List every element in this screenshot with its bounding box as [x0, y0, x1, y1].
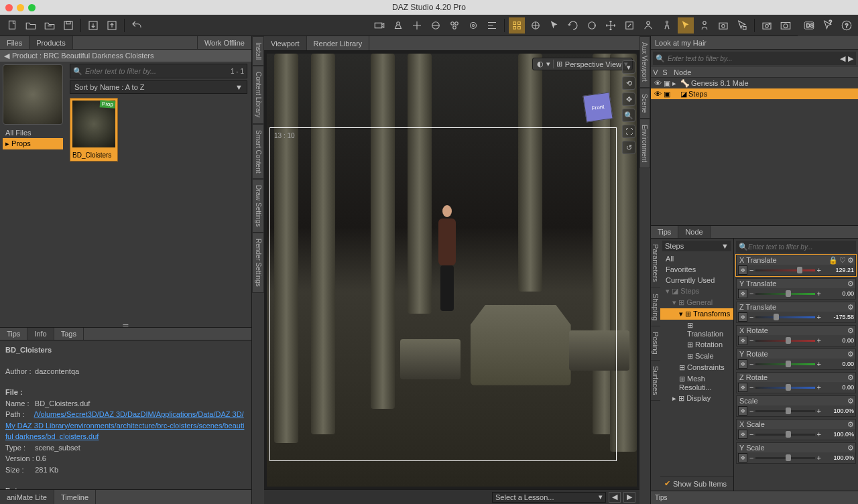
minimize-window-icon[interactable] — [17, 4, 24, 11]
slider-track[interactable] — [755, 293, 814, 295]
group-rotation[interactable]: ⊞ Rotation — [660, 339, 733, 351]
gear-icon[interactable]: ⚙ — [847, 373, 854, 382]
slider-track[interactable] — [755, 434, 814, 436]
slider-track[interactable] — [755, 316, 814, 318]
lesson-prev-icon[interactable]: ◀ — [609, 492, 621, 503]
slider-z-translate[interactable]: Z Translate⚙✥−+-175.58 — [736, 302, 856, 323]
scene-filter-input[interactable] — [668, 55, 837, 62]
translate-tool-icon[interactable] — [603, 17, 619, 34]
vp-reset-icon[interactable]: ↺ — [622, 141, 635, 154]
filter-next-icon[interactable]: ▶ — [848, 54, 853, 63]
side-tab-content-library[interactable]: Content Library — [252, 66, 264, 123]
tab-files[interactable]: Files — [0, 36, 29, 49]
plus-button[interactable]: + — [817, 407, 821, 415]
camera-selector[interactable]: ◐▾ ⊞ Perspective View▾ — [532, 58, 633, 70]
rotate-tool-icon[interactable] — [565, 17, 581, 34]
tab-info[interactable]: Info — [27, 328, 54, 340]
move-icon[interactable]: ✥ — [738, 430, 747, 439]
group-fav[interactable]: Favorites — [660, 264, 733, 275]
region-tool-icon[interactable] — [696, 17, 713, 34]
vp-orbit-icon[interactable]: ⟲ — [622, 76, 635, 90]
vp-pan-icon[interactable]: ✥ — [622, 92, 635, 106]
ds-logo-icon[interactable]: DS — [802, 17, 816, 34]
minus-button[interactable]: − — [749, 336, 753, 344]
visibility-icon[interactable]: 👁 — [654, 79, 662, 87]
slider-x-rotate[interactable]: X Rotate⚙✥−+0.00 — [736, 325, 856, 346]
pside-posing[interactable]: Posing — [651, 326, 660, 361]
nav-all-files[interactable]: All Files — [3, 127, 63, 138]
lock-icon[interactable]: 🔒 — [829, 256, 838, 265]
align-icon[interactable] — [484, 17, 500, 34]
dform-icon[interactable] — [465, 17, 481, 34]
tab-tips[interactable]: Tips — [0, 328, 27, 340]
group-steps[interactable]: ▾ ◪ Steps — [660, 286, 733, 297]
lesson-select[interactable]: Select a Lesson...▾ — [492, 492, 606, 503]
slider-x-scale[interactable]: X Scale⚙✥−+100.0% — [736, 419, 856, 440]
minus-button[interactable]: − — [749, 290, 753, 298]
side-tab-install[interactable]: Install — [252, 36, 264, 66]
plus-button[interactable]: + — [817, 313, 821, 321]
minus-button[interactable]: − — [749, 383, 753, 391]
minus-button[interactable]: − — [749, 313, 753, 321]
tab-timeline[interactable]: Timeline — [54, 490, 96, 504]
slider-scale[interactable]: Scale⚙✥−+100.0% — [736, 395, 856, 417]
new-file-icon[interactable] — [4, 17, 20, 34]
gear-icon[interactable]: ⚙ — [847, 303, 854, 312]
spotlight-icon[interactable] — [390, 17, 406, 34]
window-controls[interactable] — [5, 4, 36, 11]
undo-icon[interactable] — [129, 17, 145, 34]
minus-button[interactable]: − — [749, 407, 753, 415]
group-icon[interactable] — [446, 17, 463, 34]
slider-track[interactable] — [755, 410, 814, 412]
select-icon[interactable]: ▣ — [663, 79, 671, 88]
work-offline-button[interactable]: Work Offline — [197, 36, 251, 49]
preview-render-icon[interactable] — [759, 17, 775, 34]
plus-button[interactable]: + — [817, 360, 821, 368]
side-tab-smart-content[interactable]: Smart Content — [252, 124, 264, 179]
pside-parameters[interactable]: Parameters — [651, 239, 660, 288]
tab-render-library[interactable]: Render Library — [307, 36, 370, 50]
gear-icon[interactable]: ⚙ — [847, 444, 854, 452]
asset-thumb[interactable]: Prop BD_Cloisters — [70, 98, 118, 162]
side-tab-render-settings[interactable]: Render Settings — [252, 233, 264, 293]
tab-tags[interactable]: Tags — [54, 328, 84, 340]
move-icon[interactable]: ✥ — [738, 265, 747, 275]
side-tab-draw-settings[interactable]: Draw Settings — [252, 179, 264, 233]
tab-products[interactable]: Products — [29, 36, 72, 49]
tab-param-node[interactable]: Node — [678, 226, 710, 238]
surface-tool-icon[interactable] — [678, 17, 694, 34]
help-icon[interactable]: ? — [839, 17, 854, 34]
filter-prev-icon[interactable]: ◀ — [840, 54, 845, 63]
rs-tab-aux[interactable]: Aux Viewport — [639, 36, 650, 88]
minus-button[interactable]: − — [749, 360, 753, 368]
export-icon[interactable] — [104, 17, 120, 34]
select-icon[interactable]: ▣ — [663, 90, 671, 99]
primitive-icon[interactable] — [428, 17, 444, 34]
group-constraints[interactable]: ⊞ Constraints — [660, 362, 733, 373]
null-icon[interactable] — [409, 17, 425, 34]
slider-track[interactable] — [755, 457, 814, 459]
grid-icon[interactable] — [509, 17, 525, 34]
pose-tool-icon[interactable] — [659, 17, 675, 34]
gear-icon[interactable]: ⚙ — [847, 350, 854, 359]
gear-icon[interactable]: ⚙ — [847, 397, 854, 405]
file-path-link[interactable]: /Volumes/Secret3D/DAZ 3D/DazDIM/Applicat… — [5, 410, 244, 440]
hair-tab[interactable]: Look at my Hair — [651, 36, 858, 50]
move-icon[interactable]: ✥ — [738, 289, 747, 298]
rs-tab-env[interactable]: Environment — [639, 119, 650, 168]
plus-button[interactable]: + — [817, 336, 821, 344]
tab-animate[interactable]: aniMate Lite — [0, 490, 54, 504]
tab-viewport[interactable]: Viewport — [264, 36, 307, 50]
sort-dropdown[interactable]: Sort by Name : A to Z▼ — [70, 80, 247, 94]
open-file-icon[interactable] — [23, 17, 39, 34]
orbit-tool-icon[interactable] — [528, 17, 544, 34]
slider-value[interactable]: 100.0% — [823, 454, 854, 461]
minus-button[interactable]: − — [749, 266, 753, 274]
slider-y-scale[interactable]: Y Scale⚙✥−+100.0% — [736, 442, 856, 464]
tree-row-steps[interactable]: 👁 ▣ ◪ Steps — [651, 88, 858, 99]
slider-value[interactable]: 0.00 — [823, 361, 854, 367]
fav-icon[interactable]: ♡ — [839, 256, 846, 265]
plus-button[interactable]: + — [817, 454, 821, 462]
move-icon[interactable]: ✥ — [738, 453, 747, 462]
param-node-select[interactable]: Steps▼ — [662, 241, 731, 251]
